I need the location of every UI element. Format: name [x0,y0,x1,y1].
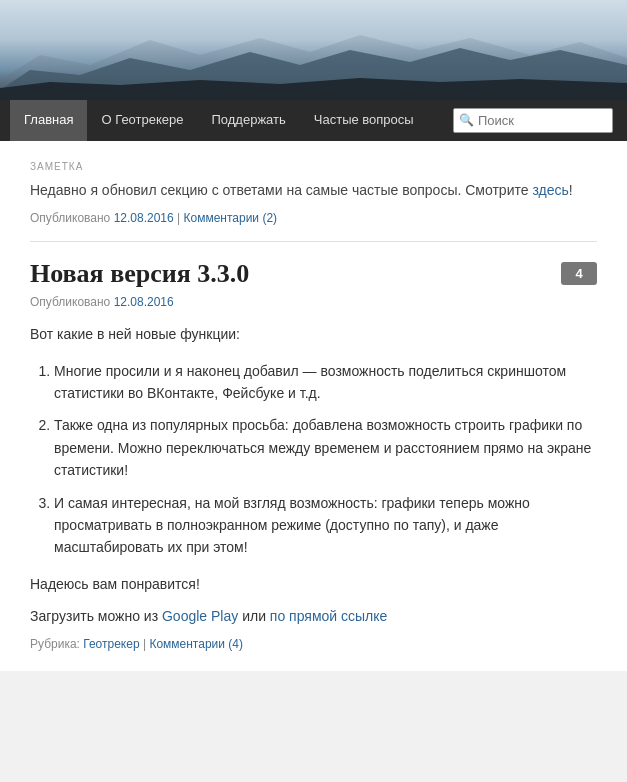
note-meta-prefix: Опубликовано [30,211,110,225]
article-section: Новая версия 3.3.0 4 Опубликовано 12.08.… [30,258,597,651]
main-nav: Главная О Геотрекере Поддержать Частые в… [0,100,627,141]
article-meta-prefix: Опубликовано [30,295,110,309]
comment-badge: 4 [561,262,597,285]
search-container: 🔍 [449,100,617,141]
article-meta: Опубликовано 12.08.2016 [30,295,597,309]
note-body: Недавно я обновил секцию с ответами на с… [30,180,597,201]
nav-links: Главная О Геотрекере Поддержать Частые в… [10,100,449,141]
nav-item-home[interactable]: Главная [10,100,87,141]
list-item: Также одна из популярных просьба: добавл… [54,414,597,481]
article-date[interactable]: 12.08.2016 [114,295,174,309]
download-middle: или [238,608,270,624]
search-icon: 🔍 [459,113,474,128]
note-label: ЗАМЕТКА [30,161,597,172]
note-meta: Опубликовано 12.08.2016 | Комментарии (2… [30,211,597,225]
note-section: ЗАМЕТКА Недавно я обновил секцию с ответ… [30,161,597,225]
nav-item-support[interactable]: Поддержать [198,100,300,141]
note-text-before: Недавно я обновил секцию с ответами на с… [30,182,532,198]
nav-item-faq[interactable]: Частые вопросы [300,100,428,141]
search-input[interactable] [453,108,613,133]
rubrika-link[interactable]: Геотрекер [83,637,139,651]
direct-link[interactable]: по прямой ссылке [270,608,387,624]
thanks-text: Надеюсь вам понравится! [30,573,597,595]
site-banner [0,0,627,100]
note-comments-link[interactable]: Комментарии (2) [183,211,277,225]
note-link[interactable]: здесь [532,182,568,198]
google-play-link[interactable]: Google Play [162,608,238,624]
rubrika-line: Рубрика: Геотрекер | Комментарии (4) [30,637,597,651]
note-date[interactable]: 12.08.2016 [114,211,174,225]
article-comments-link[interactable]: Комментарии (4) [149,637,243,651]
article-title: Новая версия 3.3.0 [30,258,249,289]
nav-item-about[interactable]: О Геотрекере [87,100,197,141]
note-text-after: ! [569,182,573,198]
article-header: Новая версия 3.3.0 4 [30,258,597,289]
main-content: ЗАМЕТКА Недавно я обновил секцию с ответ… [0,141,627,671]
download-line: Загрузить можно из Google Play или по пр… [30,605,597,627]
section-divider [30,241,597,242]
feature-list: Многие просили и я наконец добавил — воз… [30,360,597,559]
rubrika-prefix: Рубрика: [30,637,83,651]
download-prefix: Загрузить можно из [30,608,162,624]
list-item: Многие просили и я наконец добавил — воз… [54,360,597,405]
list-item: И самая интересная, на мой взгляд возмож… [54,492,597,559]
article-intro: Вот какие в ней новые функции: [30,323,597,345]
